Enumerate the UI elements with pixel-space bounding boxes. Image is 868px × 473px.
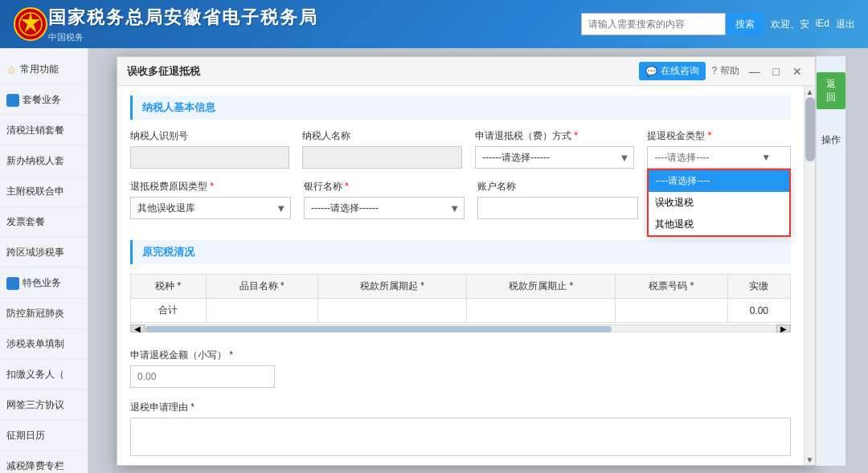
sidebar-joint-label: 主附税联合申	[6, 185, 64, 198]
search-input[interactable]	[581, 13, 726, 35]
sidebar-item-withholding[interactable]: 扣缴义务人（	[0, 360, 88, 390]
tax-type-trigger[interactable]: ----请选择---- ▼	[647, 146, 791, 169]
return-button[interactable]: 返回	[817, 72, 845, 109]
amount-label: 申请退税金额（小写） *	[130, 349, 791, 362]
reason-section: 退税申请理由 *	[117, 394, 804, 465]
sidebar-item-covid[interactable]: 防控新冠肺炎	[0, 299, 88, 329]
taxpayer-id-input[interactable]	[130, 146, 289, 169]
table-scroll: 税种 * 品目名称 *	[130, 274, 791, 323]
scroll-left-arrow[interactable]: ◀	[130, 324, 145, 332]
dropdown-option-0[interactable]: ----请选择----	[649, 170, 789, 192]
close-button[interactable]: ✕	[789, 65, 805, 78]
scroll-right-arrow[interactable]: ▶	[776, 324, 791, 332]
maximize-button[interactable]: □	[770, 65, 783, 78]
chat-icon: 💬	[645, 66, 657, 77]
col-period-end: 税款所属期止 *	[467, 275, 616, 299]
sidebar-item-tax-form[interactable]: 涉税表单填制	[0, 329, 88, 360]
table-header-row: 税种 * 品目名称 *	[131, 275, 791, 299]
col-tax-type: 税种 *	[131, 275, 207, 299]
sidebar-item-special[interactable]: 特色业务	[0, 268, 88, 299]
dropdown-option-2[interactable]: 其他退税	[649, 214, 789, 235]
sidebar-item-packages[interactable]: 套餐业务	[0, 85, 88, 116]
dropdown-option-1[interactable]: 误收退税	[649, 192, 789, 214]
reason-label: 退税申请理由 *	[130, 401, 791, 414]
package-icon	[6, 94, 19, 107]
sidebar-covid-label: 防控新冠肺炎	[6, 307, 64, 320]
minimize-button[interactable]: —	[746, 65, 764, 78]
logout-link[interactable]: 退出	[836, 18, 855, 31]
refund-method-select[interactable]: ------请选择------	[475, 146, 634, 169]
sidebar-new-taxpayer-label: 新办纳税人套	[6, 154, 64, 168]
scrollbar-track[interactable]	[805, 97, 815, 454]
amount-input[interactable]	[130, 365, 275, 388]
header-links: 欢迎、安 iEd 退出	[771, 18, 855, 31]
tax-type-group: 提退税金类型 * ----请选择---- ▼	[647, 129, 791, 169]
amount-section: 申请退税金额（小写） *	[117, 342, 804, 394]
scrollbar-thumb[interactable]	[805, 97, 815, 161]
tax-table: 税种 * 品目名称 *	[130, 274, 791, 323]
sidebar-item-cross-region[interactable]: 跨区域涉税事	[0, 238, 88, 268]
user-id: iEd	[816, 18, 829, 31]
table-scroll-container: ◀ ▶	[130, 324, 791, 332]
table-row: 合计 0.00	[131, 299, 791, 323]
col-actual-paid: 实缴	[727, 275, 790, 299]
special-icon	[6, 277, 19, 290]
refund-method-group: 申请退抵税（费）方式 * ------请选择------ ▼	[475, 129, 634, 169]
modal-controls: 💬 在线咨询 ? 帮助 — □ ✕	[639, 62, 806, 80]
original-tax-header: 原完税清况	[130, 240, 791, 264]
sidebar-item-common[interactable]: ☆ 常用功能	[0, 55, 88, 85]
header-right-area: 搜索 欢迎、安 iEd 退出	[581, 13, 855, 35]
scroll-thumb[interactable]	[145, 326, 612, 332]
sidebar: ☆ 常用功能 套餐业务 清税注销套餐 新办纳税人套 主附税联合申 发票套餐 跨区…	[0, 48, 88, 473]
star-icon: ☆	[6, 63, 17, 76]
cell-period-end	[467, 299, 616, 323]
welcome-text: 欢迎、安	[771, 18, 809, 31]
taxpayer-name-input[interactable]	[302, 146, 461, 169]
modal-container: 误收多征退抵税 💬 在线咨询 ? 帮助 — □	[117, 56, 840, 466]
taxpayer-id-label: 纳税人识别号	[130, 129, 289, 143]
sidebar-item-joint[interactable]: 主附税联合申	[0, 177, 88, 207]
sidebar-item-clearance[interactable]: 清税注销套餐	[0, 116, 88, 146]
form-row-1: 纳税人识别号 纳税人名称	[130, 129, 791, 169]
sidebar-item-tripartite[interactable]: 网签三方协议	[0, 390, 88, 421]
basic-info-section: 纳税人基本信息 纳税人识别号 纳税人名称	[117, 86, 804, 240]
sidebar-item-invoice[interactable]: 发票套餐	[0, 207, 88, 238]
sidebar-item-new-taxpayer[interactable]: 新办纳税人套	[0, 146, 88, 177]
online-consult-button[interactable]: 💬 在线咨询	[639, 62, 706, 80]
refund-reason-select-wrapper: 其他误收退库 ▼	[130, 197, 291, 219]
scroll-track[interactable]	[145, 324, 776, 332]
content-area: 误收多征退抵税 💬 在线咨询 ? 帮助 — □	[88, 48, 868, 473]
bank-name-select-wrapper: ------请选择------ ▼	[304, 197, 465, 219]
modal: 误收多征退抵税 💬 在线咨询 ? 帮助 — □	[117, 56, 816, 466]
modal-scrollbar[interactable]: ▲ ▼	[804, 86, 815, 465]
cell-amount: 0.00	[727, 299, 790, 323]
search-button[interactable]: 搜索	[726, 13, 764, 35]
modal-title: 误收多征退抵税	[127, 64, 200, 79]
bank-name-select[interactable]: ------请选择------	[304, 197, 465, 219]
col-period-start: 税款所属期起 *	[317, 275, 466, 299]
account-name-input[interactable]	[477, 197, 638, 219]
sidebar-tax-reduction-label: 减税降费专栏	[6, 459, 64, 473]
logo-icon	[13, 6, 48, 42]
app-title: 国家税务总局安徽省电子税务局	[48, 6, 318, 30]
scrollbar-down-arrow[interactable]: ▼	[806, 454, 814, 465]
app-subtitle: 中国税务	[48, 31, 318, 43]
col-ticket-code: 税票号码 *	[616, 275, 727, 299]
refund-reason-group: 退抵税费原因类型 * 其他误收退库 ▼	[130, 180, 291, 219]
basic-info-header: 纳税人基本信息	[130, 96, 791, 120]
sidebar-tax-form-label: 涉税表单填制	[6, 337, 64, 351]
sidebar-clearance-label: 清税注销套餐	[6, 124, 64, 137]
refund-reason-label: 退抵税费原因类型 *	[130, 180, 291, 194]
sidebar-item-tax-reduction[interactable]: 减税降费专栏	[0, 451, 88, 473]
tax-type-dropdown[interactable]: ----请选择---- ▼ ----请选择---- 误收退税 其他退税	[647, 146, 791, 169]
account-name-label: 账户名称	[477, 180, 638, 194]
help-button[interactable]: ? 帮助	[712, 64, 739, 78]
right-panel: 返回 操作	[816, 56, 845, 466]
refund-reason-select[interactable]: 其他误收退库	[130, 197, 291, 219]
sidebar-item-calendar[interactable]: 征期日历	[0, 421, 88, 451]
reason-textarea[interactable]	[130, 418, 791, 456]
cell-item	[206, 299, 317, 323]
sidebar-special-label: 特色业务	[23, 276, 61, 290]
scrollbar-up-arrow[interactable]: ▲	[806, 86, 814, 97]
bank-name-label: 银行名称 *	[304, 180, 465, 194]
